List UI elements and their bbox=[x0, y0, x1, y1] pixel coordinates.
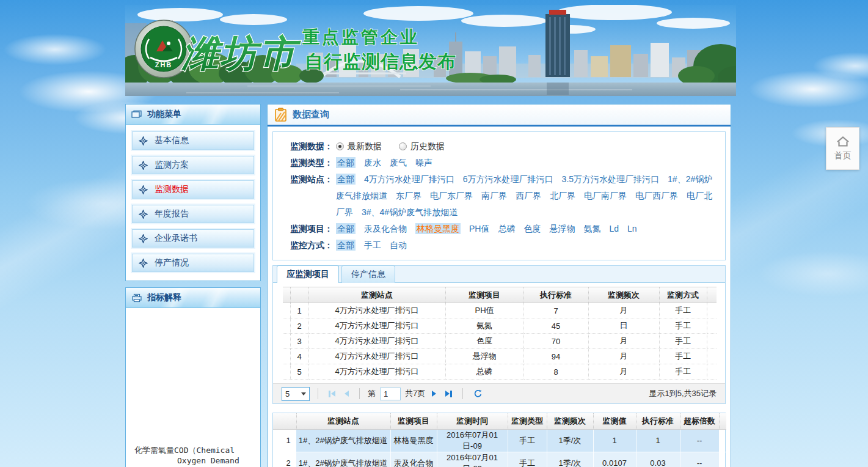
table-row[interactable]: 2 1#、2#锅炉废气排放烟道 汞及化合物 2016年07月01日-09 手工 … bbox=[273, 452, 726, 467]
page-number-input[interactable] bbox=[380, 388, 401, 400]
tab-monitor-items[interactable]: 应监测项目 bbox=[277, 265, 339, 283]
table-row[interactable]: 4 4万方污水处理厂排污口 悬浮物 94 月 手工 bbox=[283, 349, 717, 364]
main-panel: 数据查询 监测数据： 最新数据历史数据 监测类型： 全部废水废气噪声 监测站点：… bbox=[267, 104, 731, 467]
filter-label-station: 监测站点： bbox=[279, 171, 333, 221]
record-summary: 显示1到5,共35记录 bbox=[649, 388, 717, 399]
page-title: 数据查询 bbox=[293, 109, 329, 120]
table-row[interactable]: 1 4万方污水处理厂排污口 PH值 7 月 手工 bbox=[283, 303, 717, 318]
sidebar-item-shutdown[interactable]: 停产情况 bbox=[132, 254, 254, 272]
folder-icon bbox=[131, 110, 142, 119]
radio-history-label[interactable]: 历史数据 bbox=[410, 141, 445, 151]
sidebar-item-label: 企业承诺书 bbox=[155, 233, 197, 244]
refresh-button[interactable] bbox=[471, 389, 485, 399]
indicator-panel: 指标解释 化学需氧量COD（Chemical Oxygen Demand bbox=[125, 287, 261, 467]
page-size-value: 5 bbox=[285, 389, 290, 399]
result-col-frequency: 监测频次 bbox=[547, 413, 593, 429]
indicator-text-line1: 化学需氧量COD（Chemical bbox=[134, 445, 252, 455]
tab-strip: 应监测项目 停产信息 bbox=[273, 266, 725, 283]
filter-mode-manual[interactable]: 手工 bbox=[364, 240, 381, 250]
filter-box: 监测数据： 最新数据历史数据 监测类型： 全部废水废气噪声 监测站点： 全部4万… bbox=[272, 131, 726, 260]
sidebar-item-label: 监测数据 bbox=[155, 184, 189, 195]
filter-label-mode: 监控方式： bbox=[279, 237, 333, 254]
filter-type-wastewater[interactable]: 废水 bbox=[364, 158, 381, 167]
filter-station-option[interactable]: 东厂界 bbox=[396, 191, 421, 200]
sidebar-item-monitor-data[interactable]: 监测数据 bbox=[132, 180, 254, 199]
prev-page-button[interactable] bbox=[342, 391, 351, 397]
filter-station-option[interactable]: 3.5万方污水处理厂排污口 bbox=[562, 174, 659, 184]
last-page-button[interactable] bbox=[443, 391, 454, 397]
filter-station-option[interactable]: 6万方污水处理厂排污口 bbox=[463, 174, 553, 184]
filter-item-option[interactable]: 氨氮 bbox=[583, 224, 600, 234]
result-col-item: 监测项目 bbox=[390, 413, 437, 429]
filter-station-option[interactable]: 4万方污水处理厂排污口 bbox=[364, 174, 454, 184]
site-banner: ZHB 潍坊市 重点监管企业 自行监测信息发布 bbox=[125, 5, 736, 96]
filter-station-option[interactable]: 3#、4#锅炉废气排放烟道 bbox=[362, 207, 458, 217]
sidebar-item-annual-report[interactable]: 年度报告 bbox=[132, 205, 254, 223]
home-button[interactable]: 首页 bbox=[826, 127, 859, 170]
sidebar-item-monitor-plan[interactable]: 监测方案 bbox=[132, 156, 254, 174]
sidebar-item-commitment[interactable]: 企业承诺书 bbox=[132, 229, 254, 248]
table-row[interactable]: 3 4万方污水处理厂排污口 色度 70 月 手工 bbox=[283, 334, 717, 349]
filter-station-option[interactable]: 电厂西厂界 bbox=[635, 191, 678, 200]
divider bbox=[359, 388, 360, 399]
filter-station-option[interactable]: 南厂界 bbox=[481, 191, 507, 200]
compass-icon bbox=[139, 185, 148, 194]
filter-station-option[interactable]: 北厂界 bbox=[550, 191, 575, 200]
result-col-ratio: 超标倍数 bbox=[680, 413, 719, 429]
filter-item-option[interactable]: 全部 bbox=[336, 223, 356, 234]
radio-latest-label[interactable]: 最新数据 bbox=[348, 141, 382, 151]
first-page-button[interactable] bbox=[326, 391, 338, 397]
sidebar-item-basic-info[interactable]: 基本信息 bbox=[132, 131, 254, 150]
filter-item-option[interactable]: PH值 bbox=[469, 224, 489, 234]
chevron-down-icon bbox=[301, 392, 306, 395]
next-page-button[interactable] bbox=[429, 391, 439, 397]
filter-item-option[interactable]: 色度 bbox=[523, 224, 541, 234]
filter-item-option[interactable]: 汞及化合物 bbox=[364, 224, 407, 234]
page-prefix: 第 bbox=[368, 388, 376, 399]
filter-station-option[interactable]: 全部 bbox=[336, 174, 356, 185]
filter-type-noise[interactable]: 噪声 bbox=[415, 158, 432, 167]
function-menu-header: 功能菜单 bbox=[126, 105, 260, 125]
banner-illustration: ZHB 潍坊市 重点监管企业 自行监测信息发布 bbox=[125, 5, 736, 96]
indicator-text-line2: Oxygen Demand bbox=[134, 455, 252, 466]
filter-item-option[interactable]: Ld bbox=[609, 224, 619, 234]
query-title-bar: 数据查询 bbox=[268, 105, 731, 127]
table-row[interactable]: 1 1#、2#锅炉废气排放烟道 林格曼黑度 2016年07月01日-09 手工 … bbox=[273, 429, 726, 452]
tab-shutdown-info[interactable]: 停产信息 bbox=[341, 265, 395, 283]
filter-station-option[interactable]: 电厂南厂界 bbox=[584, 191, 627, 200]
filter-mode-all[interactable]: 全部 bbox=[336, 240, 356, 251]
home-icon bbox=[836, 136, 850, 147]
banner-subtitle-2: 自行监测信息发布 bbox=[305, 51, 456, 72]
plan-col-frequency: 监测频次 bbox=[588, 287, 659, 303]
sidebar-item-label: 停产情况 bbox=[155, 257, 189, 268]
filter-type-all[interactable]: 全部 bbox=[336, 157, 356, 168]
filter-station-option[interactable]: 西厂界 bbox=[516, 191, 541, 200]
filter-label-data: 监测数据： bbox=[279, 138, 333, 155]
filter-item-option-highlighted[interactable]: 林格曼黑度 bbox=[415, 223, 461, 234]
filter-item-option[interactable]: Ln bbox=[627, 224, 637, 234]
page-size-select[interactable]: 5 bbox=[282, 387, 310, 401]
clipboard-icon bbox=[275, 108, 286, 122]
indicator-title: 指标解释 bbox=[147, 292, 181, 303]
result-table: 监测站点 监测项目 监测时间 监测类型 监测频次 监测值 执行标准 超标倍数 1… bbox=[273, 413, 726, 467]
filter-type-gas[interactable]: 废气 bbox=[390, 158, 407, 167]
plan-col-method: 监测方式 bbox=[659, 287, 707, 303]
result-col-station: 监测站点 bbox=[296, 413, 390, 429]
plan-col-item: 监测项目 bbox=[445, 287, 523, 303]
table-row[interactable]: 2 4万方污水处理厂排污口 氨氮 45 日 手工 bbox=[283, 318, 717, 334]
filter-station-option[interactable]: 电厂东厂界 bbox=[430, 191, 473, 200]
divider bbox=[462, 388, 463, 399]
sidebar-item-label: 基本信息 bbox=[155, 135, 189, 146]
radio-history-data[interactable] bbox=[399, 142, 407, 150]
filter-item-option[interactable]: 总磷 bbox=[498, 224, 515, 234]
filter-mode-auto[interactable]: 自动 bbox=[390, 240, 407, 250]
sidebar-item-label: 年度报告 bbox=[155, 208, 189, 219]
function-menu-title: 功能菜单 bbox=[147, 109, 181, 120]
filter-label-type: 监测类型： bbox=[279, 155, 333, 171]
logo-text: ZHB bbox=[155, 61, 173, 68]
filter-item-option[interactable]: 悬浮物 bbox=[549, 224, 575, 234]
banner-title: 潍坊市 bbox=[181, 32, 301, 75]
pagination-bar: 5 第 共7页 显示1到5,共35记录 bbox=[273, 383, 725, 403]
radio-latest-data[interactable] bbox=[336, 142, 344, 150]
table-row[interactable]: 5 4万方污水处理厂排污口 总磷 8 月 手工 bbox=[283, 364, 717, 380]
